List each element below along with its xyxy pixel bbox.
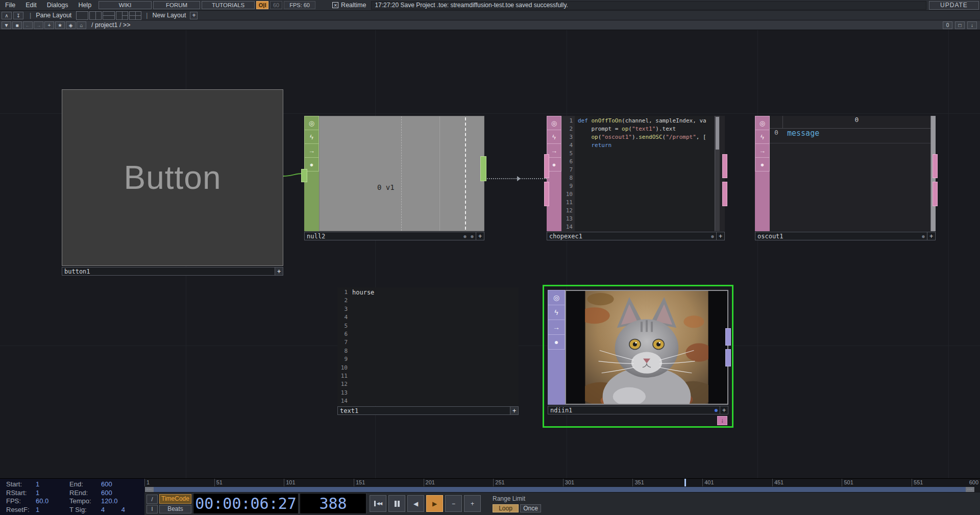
play-forward-button[interactable]: ▶ bbox=[426, 495, 443, 512]
decrement-frame-button[interactable]: − bbox=[445, 495, 462, 512]
node-null2[interactable]: ◎ϟ→● 0 v1 bbox=[304, 116, 484, 231]
node-chopexec1[interactable]: ◎ϟ→● 1234567891011121314 def onOffToOn(c… bbox=[547, 116, 725, 231]
dat-table-viewer[interactable]: 0 0 message bbox=[770, 116, 930, 231]
node-name-oscout1[interactable]: oscout1 ● + bbox=[755, 232, 936, 240]
fps-display[interactable]: FPS: 60 bbox=[284, 1, 315, 9]
realtime-toggle[interactable]: × Realtime bbox=[332, 2, 366, 9]
expand-parameters-button[interactable]: + bbox=[275, 267, 283, 275]
export-flag-icon[interactable]: → bbox=[304, 143, 319, 158]
flag-dot-icon[interactable]: ● bbox=[709, 234, 716, 239]
once-button[interactable]: Once bbox=[520, 504, 541, 512]
menu-edit[interactable]: Edit bbox=[20, 2, 42, 9]
bookmark-star-icon[interactable]: ★ bbox=[55, 21, 65, 29]
home-icon[interactable]: ⌂ bbox=[77, 21, 86, 29]
frame-ruler[interactable]: 151101151201251301351401451501551600 bbox=[144, 479, 980, 486]
node-button1[interactable]: Button bbox=[62, 89, 283, 266]
flag-dot-icon[interactable]: ● bbox=[461, 234, 469, 239]
integer-display-button[interactable]: I bbox=[146, 505, 158, 513]
bypass-flag-icon[interactable]: ϟ bbox=[755, 130, 770, 144]
maximize-pane-icon[interactable]: ∧ bbox=[2, 12, 12, 19]
node-name-chopexec1[interactable]: chopexec1 ● + bbox=[547, 232, 725, 240]
timecode-mode-button[interactable]: TimeCode bbox=[159, 494, 191, 504]
expand-parameters-button[interactable]: + bbox=[716, 232, 724, 240]
output-connector[interactable] bbox=[725, 328, 731, 346]
expand-parameters-button[interactable]: + bbox=[720, 406, 728, 414]
pane-layout-preset-grid[interactable] bbox=[129, 11, 141, 20]
jump-to-start-button[interactable]: ◀◀ bbox=[370, 495, 386, 512]
increment-frame-button[interactable]: + bbox=[464, 495, 481, 512]
loop-button[interactable]: Loop bbox=[493, 504, 519, 512]
node-oscout1[interactable]: ◎ϟ→● 0 0 message bbox=[755, 116, 936, 231]
expand-parameters-button[interactable]: + bbox=[476, 232, 484, 240]
pause-button[interactable] bbox=[388, 495, 405, 512]
update-button[interactable]: UPDATE bbox=[929, 1, 979, 10]
input-connector[interactable] bbox=[301, 169, 307, 182]
output-connector[interactable] bbox=[480, 156, 486, 181]
flag-dot-icon[interactable]: ● bbox=[713, 407, 720, 413]
forward-arrow-icon[interactable]: → bbox=[34, 21, 43, 29]
export-flag-icon[interactable]: → bbox=[548, 320, 565, 335]
breadcrumb[interactable]: / project1 / >> bbox=[91, 21, 130, 29]
output-connector[interactable] bbox=[725, 349, 731, 366]
add-pane-icon[interactable]: + bbox=[44, 21, 54, 29]
node-ndiin1-selection[interactable]: ◎ϟ→● bbox=[543, 285, 733, 428]
flag-dot-icon[interactable]: ● bbox=[469, 234, 476, 239]
tutorials-button[interactable]: TUTORIALS bbox=[202, 1, 255, 9]
node-name-text1[interactable]: text1 + bbox=[337, 406, 519, 415]
menu-dialogs[interactable]: Dialogs bbox=[42, 2, 74, 9]
pane-layout-preset-single[interactable] bbox=[76, 11, 88, 20]
bypass-flag-icon[interactable]: ϟ bbox=[548, 305, 565, 320]
range-region[interactable] bbox=[154, 487, 966, 492]
bypass-flag-icon[interactable]: ϟ bbox=[304, 130, 319, 144]
node-name-ndiin1[interactable]: ndiin1 ● + bbox=[548, 406, 728, 414]
output-connector[interactable] bbox=[933, 154, 938, 178]
dock-icon[interactable]: ↓ bbox=[967, 21, 977, 29]
back-arrow-icon[interactable]: ← bbox=[23, 21, 33, 29]
chop-viewer[interactable] bbox=[319, 116, 484, 231]
network-editor[interactable]: Button button1 + ◎ϟ→● 0 v1 null2 ● ● + bbox=[0, 30, 980, 478]
viewer-flag-icon[interactable]: ◎ bbox=[548, 290, 565, 305]
expand-parameters-button[interactable]: + bbox=[510, 407, 518, 414]
pane-layout-preset-two-vertical[interactable] bbox=[89, 11, 102, 20]
beats-mode-button[interactable]: Beats bbox=[159, 505, 191, 513]
node-text1[interactable]: 1hourse234567891011121314 bbox=[337, 287, 519, 406]
flag-dot-icon[interactable]: ● bbox=[920, 234, 927, 239]
code-scrollbar[interactable] bbox=[715, 116, 720, 231]
child-count-badge[interactable]: 0 bbox=[943, 21, 952, 29]
timeline-settings[interactable]: Start:1End:600RStart:1REnd:600FPS:60.0Te… bbox=[0, 479, 144, 515]
node-name-button1[interactable]: button1 + bbox=[62, 267, 283, 276]
input-connector[interactable] bbox=[544, 154, 549, 178]
playhead[interactable] bbox=[684, 479, 686, 486]
export-flag-icon[interactable]: → bbox=[755, 143, 770, 158]
expand-parameters-button[interactable]: + bbox=[927, 232, 935, 240]
output-connector[interactable] bbox=[933, 182, 938, 206]
fraction-display-button[interactable]: / bbox=[146, 495, 158, 504]
lock-flag-icon[interactable]: ● bbox=[755, 157, 770, 171]
menu-file[interactable]: File bbox=[0, 2, 20, 9]
button-widget-label[interactable]: Button bbox=[124, 159, 221, 197]
viewer-flag-icon[interactable]: ◎ bbox=[755, 116, 770, 130]
input-connector[interactable] bbox=[544, 182, 549, 206]
anchor-pane-icon[interactable]: ↧ bbox=[13, 12, 23, 19]
lock-flag-icon[interactable]: ● bbox=[548, 334, 565, 350]
forum-button[interactable]: FORUM bbox=[153, 1, 200, 9]
viewer-flag-icon[interactable]: ◎ bbox=[304, 116, 319, 130]
step-back-button[interactable]: ◀ bbox=[407, 495, 424, 512]
midi-io-toggle[interactable]: O|I bbox=[256, 1, 268, 9]
pane-layout-preset-three[interactable] bbox=[116, 11, 128, 20]
node-name-null2[interactable]: null2 ● ● + bbox=[304, 232, 484, 240]
output-connector[interactable] bbox=[722, 154, 727, 178]
pane-layout-preset-two-horizontal[interactable] bbox=[103, 11, 115, 20]
bypass-flag-icon[interactable]: ϟ bbox=[547, 130, 561, 144]
range-start-handle[interactable]: ··· bbox=[145, 487, 154, 492]
node-ndiin1[interactable]: ◎ϟ→● bbox=[548, 290, 728, 405]
floating-window-icon[interactable]: □ bbox=[955, 21, 965, 29]
docked-operator-button[interactable]: ↓ bbox=[717, 416, 727, 425]
range-end-handle[interactable]: ··· bbox=[966, 487, 974, 492]
network-overview-icon[interactable]: ◈ bbox=[66, 21, 76, 29]
wiki-button[interactable]: WIKI bbox=[99, 1, 152, 9]
top-image-viewer[interactable] bbox=[565, 290, 728, 405]
viewer-flag-icon[interactable]: ◎ bbox=[547, 116, 561, 130]
stop-icon[interactable]: ■ bbox=[12, 21, 22, 29]
output-connector[interactable] bbox=[722, 182, 727, 206]
